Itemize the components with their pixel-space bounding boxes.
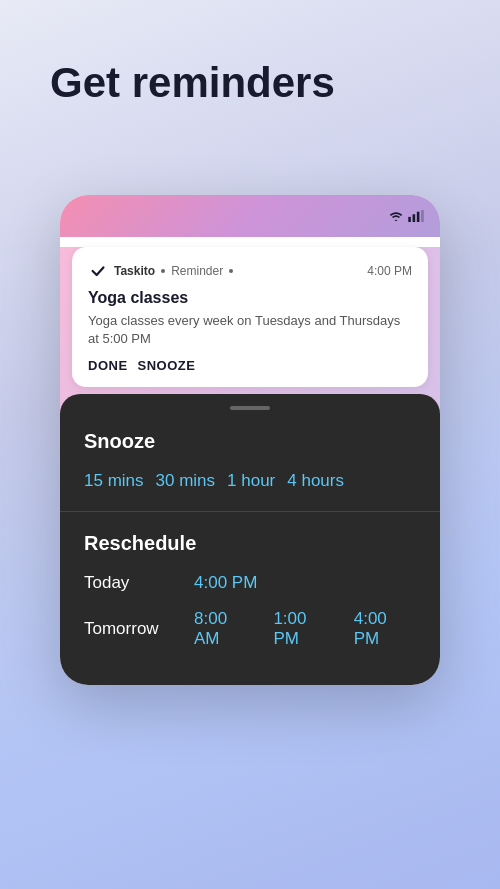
card-time-1: 4:00 PM [367, 264, 412, 278]
reschedule-times-tomorrow: 8:00 AM 1:00 PM 4:00 PM [194, 609, 416, 649]
svg-rect-3 [421, 210, 424, 222]
snooze-30[interactable]: 30 mins [156, 471, 216, 491]
check-icon-1 [88, 261, 108, 281]
wifi-icon [388, 210, 404, 222]
phone-frame: Taskito Reminder 4:00 PM Yoga classes Yo… [60, 195, 440, 685]
reschedule-time-tomorrow-2[interactable]: 1:00 PM [273, 609, 335, 649]
reschedule-today: Today 4:00 PM [84, 573, 416, 593]
reschedule-title: Reschedule [84, 532, 416, 555]
sheet-handle [230, 406, 270, 410]
dot-1 [161, 269, 165, 273]
notification-card-1: Taskito Reminder 4:00 PM Yoga classes Yo… [72, 247, 428, 387]
snooze-title: Snooze [84, 430, 416, 453]
card-title-1: Yoga classes [88, 289, 412, 307]
reschedule-day-tomorrow: Tomorrow [84, 619, 194, 639]
status-icons [388, 210, 424, 222]
reschedule-section: Reschedule Today 4:00 PM Tomorrow 8:00 A… [60, 532, 440, 649]
signal-icon [408, 210, 424, 222]
snooze-button-1[interactable]: SNOOZE [138, 358, 196, 373]
card-app-1: Taskito [114, 264, 155, 278]
svg-rect-2 [417, 212, 420, 222]
card-actions-1: DONE SNOOZE [88, 358, 412, 373]
svg-rect-0 [408, 217, 411, 222]
snooze-1h[interactable]: 1 hour [227, 471, 275, 491]
card-body-1: Yoga classes every week on Tuesdays and … [88, 312, 412, 348]
reschedule-day-today: Today [84, 573, 194, 593]
status-bar [60, 195, 440, 237]
page-title: Get reminders [0, 0, 500, 136]
bottom-sheet: Snooze 15 mins 30 mins 1 hour 4 hours Re… [60, 394, 440, 685]
reschedule-tomorrow: Tomorrow 8:00 AM 1:00 PM 4:00 PM [84, 609, 416, 649]
dot-2 [229, 269, 233, 273]
reschedule-time-tomorrow-3[interactable]: 4:00 PM [354, 609, 416, 649]
snooze-options: 15 mins 30 mins 1 hour 4 hours [84, 471, 416, 491]
svg-rect-1 [413, 214, 416, 222]
snooze-15[interactable]: 15 mins [84, 471, 144, 491]
sheet-divider [60, 511, 440, 512]
done-button-1[interactable]: DONE [88, 358, 128, 373]
snooze-section: Snooze 15 mins 30 mins 1 hour 4 hours [60, 430, 440, 491]
reschedule-times-today: 4:00 PM [194, 573, 257, 593]
reschedule-time-tomorrow-1[interactable]: 8:00 AM [194, 609, 255, 649]
snooze-4h[interactable]: 4 hours [287, 471, 344, 491]
reschedule-time-today-1[interactable]: 4:00 PM [194, 573, 257, 593]
card-cat-1: Reminder [171, 264, 223, 278]
card-header-1: Taskito Reminder 4:00 PM [88, 261, 412, 281]
